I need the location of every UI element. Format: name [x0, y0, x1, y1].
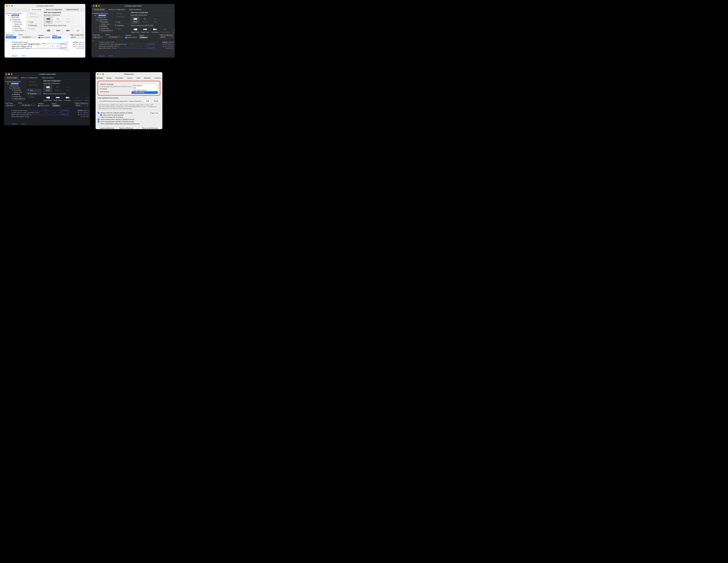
card-pods[interactable]: Pods	[63, 84, 72, 92]
checkbox[interactable]	[98, 112, 99, 114]
reset-all-button[interactable]: Reset all preferences	[140, 127, 160, 129]
ptab-materials[interactable]: Materials	[142, 77, 153, 79]
tree-item[interactable]: ≋ Wadding	[6, 25, 25, 27]
tab-rocket-design[interactable]: Rocket design	[5, 76, 19, 79]
stage-pill[interactable]: Sustainer	[52, 37, 61, 38]
card-body-tube[interactable]: Body Tube	[141, 27, 150, 34]
card-elliptical[interactable]: Elliptical	[83, 95, 90, 103]
card-elliptical[interactable]	[83, 27, 85, 34]
edit-button[interactable]: ✎ Edit	[27, 89, 41, 92]
stage-pill[interactable]: Sustainer	[139, 37, 148, 38]
reset-button[interactable]: Reset	[152, 100, 160, 103]
card-transition[interactable]: Transition	[63, 95, 72, 103]
ptab-graphics[interactable]: Graphics	[153, 77, 162, 79]
tab-flight[interactable]: Flight simulations	[64, 8, 81, 11]
rocket-canvas[interactable]: 0° A simple model rocket Length 425 mm, …	[5, 39, 85, 58]
flight-config-select[interactable]: [C6-5]	[160, 36, 174, 38]
tree-item[interactable]: 〰 Shock cord	[6, 23, 25, 25]
tab-flight[interactable]: Flight simulations	[40, 76, 56, 79]
tree-body[interactable]: ⊟ ▭ Body tube	[6, 19, 25, 21]
window-controls[interactable]	[6, 5, 13, 7]
card-stage[interactable]: Stage	[131, 16, 140, 24]
component-tree[interactable]: A simple model rocket ⊟ — Sustainer ◁ No…	[92, 12, 113, 33]
tab-rocket-design[interactable]: Rocket design	[92, 8, 106, 11]
delete-button[interactable]: ✕ Delete	[114, 27, 129, 30]
card-nose-cone[interactable]	[44, 27, 53, 34]
checkbox[interactable]	[98, 123, 99, 125]
window-controls[interactable]	[93, 5, 100, 7]
card-trapezoidal[interactable]: Trapezoidal	[73, 95, 82, 103]
tree-sustainer[interactable]: Sustainer	[11, 14, 19, 16]
zoom-in-button[interactable]: +	[121, 36, 123, 38]
tree-nose[interactable]: ◁ Nose cone	[6, 17, 25, 19]
card-transition[interactable]: Transition	[151, 27, 160, 34]
tree-item[interactable]: ◎ Centering ring	[6, 32, 25, 33]
move-down-button[interactable]: ↓ Move down	[27, 15, 42, 18]
delete-button[interactable]: ✕ Delete	[27, 27, 42, 30]
ptab-units[interactable]: Units	[135, 77, 142, 79]
view-type-select[interactable]: Side view	[6, 36, 16, 38]
tab-rocket-design[interactable]: Rocket design	[30, 8, 44, 11]
move-down-button[interactable]: ↓ Move down	[27, 84, 41, 86]
zoom-out-button[interactable]: −	[18, 36, 21, 38]
component-tree[interactable]: A simple model rocket ⊟ — Sustainer ◁ No…	[5, 12, 26, 33]
tree-root[interactable]: A simple model rocket	[6, 12, 25, 14]
export-pref-button[interactable]: Export preferences	[98, 127, 116, 129]
delete-button[interactable]: ✕ Delete	[27, 96, 41, 98]
card-body-tube[interactable]: Body Tube	[53, 95, 62, 103]
add-button[interactable]: Add	[144, 100, 151, 103]
tab-flight[interactable]: Flight simulations	[127, 8, 143, 11]
tree-item[interactable]: ☂ Parachute	[6, 21, 25, 23]
card-pods[interactable]: Pods	[64, 16, 73, 24]
checkbox[interactable]	[98, 119, 99, 120]
move-up-button[interactable]: ↑ Move up	[114, 12, 129, 15]
card-trapezoidal[interactable]	[74, 27, 83, 34]
zoom-select[interactable]: Fit (38,2%)	[108, 36, 120, 38]
ptab-launch[interactable]: Launch	[125, 77, 134, 79]
check-now-button[interactable]: Check now	[148, 112, 160, 115]
tab-motors[interactable]: Motors & Configuration	[44, 8, 64, 11]
card-nose-cone[interactable]: Nose Cone	[131, 27, 140, 34]
checkbox[interactable]	[98, 121, 99, 122]
tab-motors[interactable]: Motors & Configuration	[107, 8, 127, 11]
edit-button[interactable]: ✎ Edit	[27, 21, 42, 23]
view-type-select[interactable]: Side view	[93, 36, 103, 38]
tree-root[interactable]: A simple model rocket	[92, 12, 112, 14]
tree-item[interactable]: ▯ Launch lug	[6, 27, 25, 30]
view-type-select[interactable]: Side view	[5, 104, 16, 107]
theme-dropdown-list[interactable]: Auto (detect) Dark Dark, high-contrast ✓…	[132, 84, 158, 94]
checkbox[interactable]	[100, 114, 102, 116]
tree-item[interactable]: ▱ Trapezoidal fin set	[6, 30, 25, 32]
move-up-button[interactable]: ↑ Move up	[27, 80, 41, 83]
show-cgcp-checkbox[interactable]	[125, 37, 127, 38]
show-cgcp-checkbox[interactable]	[38, 37, 40, 38]
flight-config-select[interactable]: [C6-5]	[70, 36, 84, 38]
rocket-canvas[interactable]: A simple model rocketLength 425 mm, max.…	[4, 108, 90, 125]
card-trapezoidal[interactable]: Trapezoidal	[160, 27, 170, 34]
theme-option[interactable]: Auto (detect)	[132, 84, 158, 87]
card-transition[interactable]	[64, 27, 73, 34]
window-controls[interactable]	[6, 73, 12, 75]
move-up-button[interactable]: ↑ Move up	[27, 12, 42, 15]
card-body-tube[interactable]	[54, 27, 63, 34]
duplicate-button[interactable]: ⧉ Duplicate	[27, 24, 42, 27]
card-boosters[interactable]: Boosters	[54, 16, 63, 24]
card-stage[interactable]: Stage	[43, 84, 52, 92]
thrust-path-input[interactable]	[98, 100, 143, 103]
ptab-general[interactable]: General	[96, 77, 104, 79]
duplicate-button[interactable]: ⧉ Duplicate	[27, 92, 41, 95]
card-nose-cone[interactable]: Nose Cone	[43, 95, 52, 103]
tree-sustainer[interactable]: Sustainer	[98, 14, 106, 16]
edit-button[interactable]: ✎ Edit	[114, 21, 129, 23]
zoom-out-button[interactable]: −	[105, 36, 108, 38]
tab-motors[interactable]: Motors & Configuration	[19, 76, 40, 79]
theme-option[interactable]: Dark	[132, 87, 158, 89]
ptab-simulation[interactable]: Simulation	[114, 77, 125, 79]
zoom-select[interactable]: Fit (38,6%)	[21, 36, 33, 38]
window-controls[interactable]	[97, 73, 104, 75]
card-pods[interactable]: Pods	[151, 16, 160, 24]
component-tree[interactable]: A simple model rocket ⊟ — Sustainer ◁ No…	[5, 80, 25, 101]
theme-option[interactable]: Dark, high-contrast	[132, 89, 158, 91]
card-boosters[interactable]: Boosters	[141, 16, 150, 24]
card-elliptical[interactable]: Elliptical	[170, 27, 175, 34]
